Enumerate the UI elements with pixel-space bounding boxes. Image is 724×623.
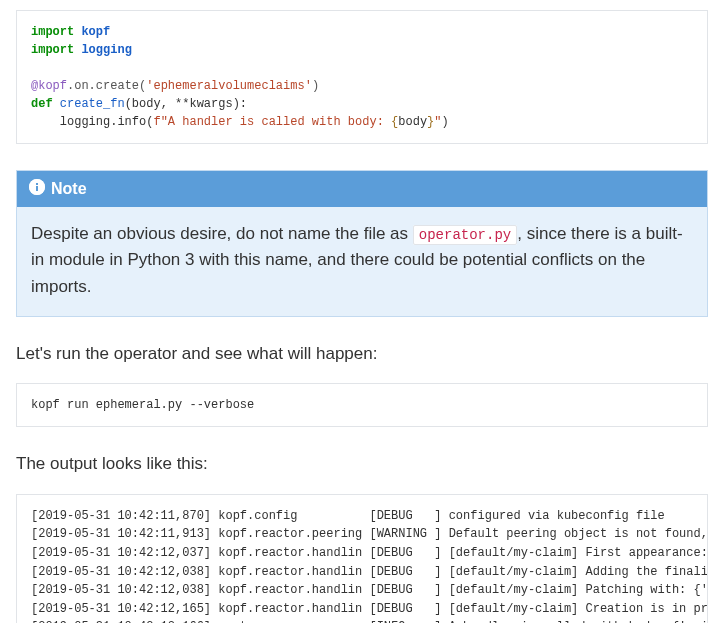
paren-close: ) bbox=[312, 79, 319, 93]
code-block-log: [2019-05-31 10:42:11,870] kopf.config [D… bbox=[16, 494, 708, 623]
module-logging: logging bbox=[81, 43, 131, 57]
decorator-dotpath: .on.create( bbox=[67, 79, 146, 93]
module-kopf: kopf bbox=[81, 25, 110, 39]
call-logging-info: logging.info( bbox=[60, 115, 154, 129]
page: import kopf import logging @kopf.on.crea… bbox=[0, 0, 724, 623]
inline-code-operator-py: operator.py bbox=[413, 225, 517, 245]
note-title-text: Note bbox=[51, 180, 87, 198]
svg-rect-3 bbox=[36, 183, 38, 185]
fstring-text: f"A handler is called with body: bbox=[153, 115, 391, 129]
code-block-python: import kopf import logging @kopf.on.crea… bbox=[16, 10, 708, 144]
code-block-shell: kopf run ephemeral.py --verbose bbox=[16, 383, 708, 427]
indent bbox=[31, 115, 60, 129]
shell-command: kopf run ephemeral.py --verbose bbox=[31, 398, 254, 412]
keyword-import: import bbox=[31, 25, 74, 39]
note-body: Despite an obvious desire, do not name t… bbox=[17, 207, 707, 316]
note-text-a: Despite an obvious desire, do not name t… bbox=[31, 224, 413, 243]
fstring-var: body bbox=[398, 115, 427, 129]
info-icon bbox=[29, 179, 45, 199]
paren-close: ) bbox=[442, 115, 449, 129]
decorator-at: @kopf bbox=[31, 79, 67, 93]
keyword-def: def bbox=[31, 97, 53, 111]
svg-rect-2 bbox=[36, 186, 38, 191]
function-signature: (body, **kwargs): bbox=[125, 97, 247, 111]
note-admonition: Note Despite an obvious desire, do not n… bbox=[16, 170, 708, 317]
keyword-import: import bbox=[31, 43, 74, 57]
function-name: create_fn bbox=[60, 97, 125, 111]
paragraph-run: Let's run the operator and see what will… bbox=[16, 341, 708, 367]
note-title-bar: Note bbox=[17, 171, 707, 207]
string-close: " bbox=[434, 115, 441, 129]
string-literal: 'ephemeralvolumeclaims' bbox=[146, 79, 312, 93]
paragraph-output: The output looks like this: bbox=[16, 451, 708, 477]
